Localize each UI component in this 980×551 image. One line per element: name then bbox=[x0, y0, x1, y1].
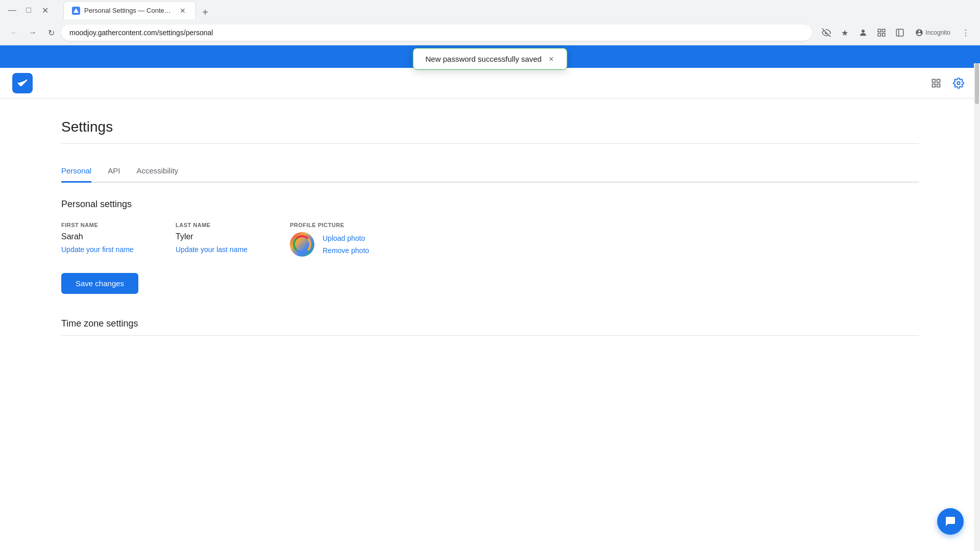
personal-settings-form: FIRST NAME Sarah Update your first name … bbox=[61, 222, 919, 257]
profile-picture-label: PROFILE PICTURE bbox=[290, 222, 919, 228]
page-title: Settings bbox=[61, 119, 919, 135]
toast-notification: New password successfully saved × bbox=[413, 48, 568, 70]
profile-links: Upload photo Remove photo bbox=[323, 232, 369, 255]
tab-api[interactable]: API bbox=[108, 160, 120, 183]
menu-button[interactable]: ⋮ bbox=[958, 24, 974, 41]
eye-off-icon[interactable] bbox=[818, 24, 835, 41]
profile-avatar bbox=[290, 232, 314, 257]
svg-rect-9 bbox=[937, 79, 940, 82]
last-name-label: LAST NAME bbox=[176, 222, 278, 228]
personal-settings-section-title: Personal settings bbox=[61, 199, 919, 210]
app-header bbox=[0, 68, 980, 98]
svg-rect-8 bbox=[933, 79, 936, 82]
time-zone-divider bbox=[61, 335, 919, 336]
maximize-button[interactable]: □ bbox=[22, 4, 35, 16]
svg-rect-10 bbox=[933, 84, 936, 87]
browser-tab[interactable]: Personal Settings — Content W ✕ bbox=[63, 1, 196, 19]
minimize-button[interactable]: ― bbox=[6, 4, 18, 16]
browser-chrome: ― □ ✕ Personal Settings — Content W ✕ + … bbox=[0, 0, 980, 45]
tabs-nav: Personal API Accessibility bbox=[61, 160, 919, 183]
svg-rect-4 bbox=[878, 34, 881, 36]
toolbar-actions: ★ Incognito ⋮ bbox=[818, 24, 974, 41]
new-tab-button[interactable]: + bbox=[198, 5, 212, 19]
app-logo[interactable] bbox=[12, 73, 33, 93]
forward-button[interactable]: → bbox=[24, 24, 41, 41]
update-first-name-link[interactable]: Update your first name bbox=[61, 245, 163, 254]
upload-photo-link[interactable]: Upload photo bbox=[323, 234, 369, 242]
tab-favicon bbox=[72, 7, 80, 15]
save-changes-button[interactable]: Save changes bbox=[61, 273, 138, 294]
last-name-value: Tyler bbox=[176, 232, 278, 241]
window-controls: ― □ ✕ bbox=[6, 4, 51, 16]
profile-picture-field: PROFILE PICTURE Upload photo Remove phot… bbox=[290, 222, 919, 257]
back-button[interactable]: ← bbox=[6, 24, 22, 41]
profile-picture-section: Upload photo Remove photo bbox=[290, 232, 919, 257]
close-button[interactable]: ✕ bbox=[39, 4, 51, 16]
incognito-label: Incognito bbox=[925, 29, 950, 36]
incognito-badge[interactable]: Incognito bbox=[910, 27, 955, 39]
tab-close-button[interactable]: ✕ bbox=[178, 6, 187, 15]
sidebar-icon[interactable] bbox=[892, 24, 908, 41]
toast-message: New password successfully saved bbox=[426, 55, 542, 63]
tab-title: Personal Settings — Content W bbox=[84, 7, 174, 14]
vertical-scrollbar[interactable] bbox=[974, 63, 980, 551]
svg-point-12 bbox=[957, 82, 960, 85]
svg-rect-3 bbox=[883, 29, 885, 32]
extensions-icon[interactable] bbox=[873, 24, 890, 41]
svg-rect-6 bbox=[897, 29, 904, 36]
profile-icon[interactable] bbox=[855, 24, 871, 41]
update-last-name-link[interactable]: Update your last name bbox=[176, 245, 278, 254]
scrollbar-thumb[interactable] bbox=[975, 63, 979, 104]
header-actions bbox=[927, 74, 968, 92]
svg-point-1 bbox=[862, 30, 865, 33]
remove-photo-link[interactable]: Remove photo bbox=[323, 246, 369, 255]
grid-icon-button[interactable] bbox=[927, 74, 945, 92]
app-container: You only have... rade now → New password… bbox=[0, 45, 980, 533]
tabs-bar: Personal Settings — Content W ✕ + bbox=[57, 1, 218, 19]
avatar-spinner bbox=[293, 235, 311, 254]
svg-rect-5 bbox=[883, 34, 885, 36]
title-divider bbox=[61, 143, 919, 144]
browser-toolbar: ← → ↻ ★ Incognito ⋮ bbox=[0, 20, 980, 45]
main-content: Settings Personal API Accessibility Pers… bbox=[0, 98, 980, 533]
time-zone-section-title: Time zone settings bbox=[61, 318, 919, 329]
first-name-field: FIRST NAME Sarah Update your first name bbox=[61, 222, 163, 257]
bookmark-icon[interactable]: ★ bbox=[837, 24, 853, 41]
first-name-value: Sarah bbox=[61, 232, 163, 241]
chat-support-button[interactable] bbox=[937, 508, 964, 535]
svg-rect-2 bbox=[878, 29, 881, 32]
toast-close-button[interactable]: × bbox=[548, 55, 554, 63]
first-name-label: FIRST NAME bbox=[61, 222, 163, 228]
tab-personal[interactable]: Personal bbox=[61, 160, 91, 183]
settings-gear-icon-button[interactable] bbox=[949, 74, 968, 92]
address-bar[interactable] bbox=[61, 24, 812, 41]
svg-rect-11 bbox=[937, 84, 940, 87]
tab-accessibility[interactable]: Accessibility bbox=[136, 160, 178, 183]
last-name-field: LAST NAME Tyler Update your last name bbox=[176, 222, 278, 257]
browser-titlebar: ― □ ✕ Personal Settings — Content W ✕ + bbox=[0, 0, 980, 20]
reload-button[interactable]: ↻ bbox=[43, 24, 59, 41]
